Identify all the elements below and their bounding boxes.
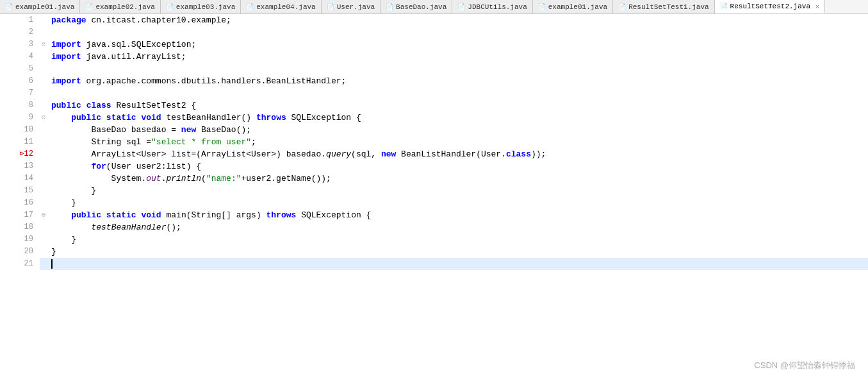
table-row: 21: [0, 258, 868, 270]
line-fold: [40, 221, 49, 233]
tab-label-3: example03.java: [176, 3, 235, 11]
line-fold: [40, 87, 49, 99]
line-code: }: [49, 246, 868, 258]
tab-bar: 📄 example01.java 📄 example02.java 📄 exam…: [0, 0, 868, 14]
line-code: public class ResultSetTest2 {: [49, 99, 868, 112]
line-code: }: [49, 197, 868, 209]
tab-label-2: example02.java: [95, 3, 154, 11]
table-row: 19 }: [0, 233, 868, 246]
table-row: 6 import org.apache.commons.dbutils.hand…: [0, 75, 868, 87]
table-row: 9 ⊖ public static void testBeanHandler()…: [0, 112, 868, 124]
table-row: 5: [0, 63, 868, 75]
java-file-icon-7: 📄: [457, 3, 465, 11]
table-row: 18 testBeanHandler();: [0, 221, 868, 233]
line-fold: ⊖: [40, 209, 49, 221]
line-number: 2: [0, 26, 40, 38]
java-file-icon-3: 📄: [166, 3, 174, 11]
line-fold: [40, 63, 49, 75]
table-row: 8 public class ResultSetTest2 {: [0, 99, 868, 112]
line-number: 5: [0, 63, 40, 75]
tab-resultsettest2[interactable]: 📄 ResultSetTest2.java ✕: [715, 0, 825, 13]
tab-label-8: example01.java: [548, 3, 607, 11]
line-fold: [40, 26, 49, 38]
table-row: 16 }: [0, 197, 868, 209]
table-row: ⊳12 ArrayList<User> list=(ArrayList<User…: [0, 148, 868, 160]
table-row: 15 }: [0, 185, 868, 197]
table-row: 4 import java.util.ArrayList;: [0, 51, 868, 63]
line-code: for(User user2:list) {: [49, 160, 868, 173]
line-code: import org.apache.commons.dbutils.handle…: [49, 75, 868, 87]
line-fold: [40, 148, 49, 160]
line-fold: [40, 99, 49, 112]
line-number: ⊳12: [0, 148, 40, 160]
line-number: 4: [0, 51, 40, 63]
line-code: BaseDao basedao = new BaseDao();: [49, 124, 868, 136]
line-number: 18: [0, 221, 40, 233]
code-editor[interactable]: 1 package cn.itcast.chapter10.example; 2…: [0, 14, 868, 379]
line-number: 20: [0, 246, 40, 258]
table-row: 14 System.out.println("name:"+user2.getN…: [0, 173, 868, 185]
line-number: 6: [0, 75, 40, 87]
table-row: 17 ⊖ public static void main(String[] ar…: [0, 209, 868, 221]
line-number: 17: [0, 209, 40, 221]
tab-example03[interactable]: 📄 example03.java: [161, 0, 241, 13]
table-row: 3 ⊖ import java.sql.SQLException;: [0, 38, 868, 51]
line-number: 3: [0, 38, 40, 51]
tab-user[interactable]: 📄 User.java: [322, 0, 381, 13]
line-fold: [40, 75, 49, 87]
line-fold: [40, 197, 49, 209]
tab-example04[interactable]: 📄 example04.java: [241, 0, 321, 13]
line-code: }: [49, 233, 868, 246]
line-number: 9: [0, 112, 40, 124]
line-fold: [40, 51, 49, 63]
table-row: 2: [0, 26, 868, 38]
table-row: 13 for(User user2:list) {: [0, 160, 868, 173]
java-file-icon-6: 📄: [386, 3, 393, 11]
tab-label-9: ResultSetTest1.java: [628, 3, 708, 11]
tab-basedao[interactable]: 📄 BaseDao.java: [381, 0, 452, 13]
table-row: 10 BaseDao basedao = new BaseDao();: [0, 124, 868, 136]
line-number: 7: [0, 87, 40, 99]
line-fold: [40, 258, 49, 270]
line-number: 10: [0, 124, 40, 136]
line-fold: [40, 185, 49, 197]
line-code: String sql ="select * from user";: [49, 136, 868, 148]
line-number: 8: [0, 99, 40, 112]
line-number: 14: [0, 173, 40, 185]
code-table: 1 package cn.itcast.chapter10.example; 2…: [0, 14, 868, 270]
tab-resultsettest1[interactable]: 📄 ResultSetTest1.java: [613, 0, 714, 13]
tab-label-4: example04.java: [256, 3, 315, 11]
line-code: package cn.itcast.chapter10.example;: [49, 14, 868, 26]
line-fold: [40, 14, 49, 26]
line-fold: [40, 173, 49, 185]
line-fold: ⊖: [40, 112, 49, 124]
line-number: 1: [0, 14, 40, 26]
watermark: CSDN @仰望怡淼钟锝悸福: [754, 360, 855, 371]
java-file-icon-8: 📄: [538, 3, 546, 11]
tab-example01-1[interactable]: 📄 example01.java: [0, 0, 80, 13]
java-file-icon-2: 📄: [85, 3, 93, 11]
java-file-icon-5: 📄: [327, 3, 334, 11]
line-number: 13: [0, 160, 40, 173]
line-number: 15: [0, 185, 40, 197]
line-number: 16: [0, 197, 40, 209]
tab-close-icon[interactable]: ✕: [815, 3, 819, 10]
line-fold: ⊖: [40, 38, 49, 51]
line-code: import java.util.ArrayList;: [49, 51, 868, 63]
tab-example01-2[interactable]: 📄 example01.java: [533, 0, 613, 13]
tab-label-6: BaseDao.java: [396, 3, 446, 11]
tab-jdbcutils[interactable]: 📄 JDBCUtils.java: [452, 0, 532, 13]
line-code: testBeanHandler();: [49, 221, 868, 233]
java-file-icon-10: 📄: [720, 3, 728, 10]
line-code: [49, 63, 868, 75]
table-row: 20 }: [0, 246, 868, 258]
table-row: 11 String sql ="select * from user";: [0, 136, 868, 148]
line-number: 11: [0, 136, 40, 148]
line-fold: [40, 160, 49, 173]
tab-example02[interactable]: 📄 example02.java: [80, 0, 160, 13]
line-fold: [40, 124, 49, 136]
line-code: [49, 87, 868, 99]
line-code: System.out.println("name:"+user2.getName…: [49, 173, 868, 185]
java-file-icon-9: 📄: [618, 3, 626, 11]
table-row: 7: [0, 87, 868, 99]
